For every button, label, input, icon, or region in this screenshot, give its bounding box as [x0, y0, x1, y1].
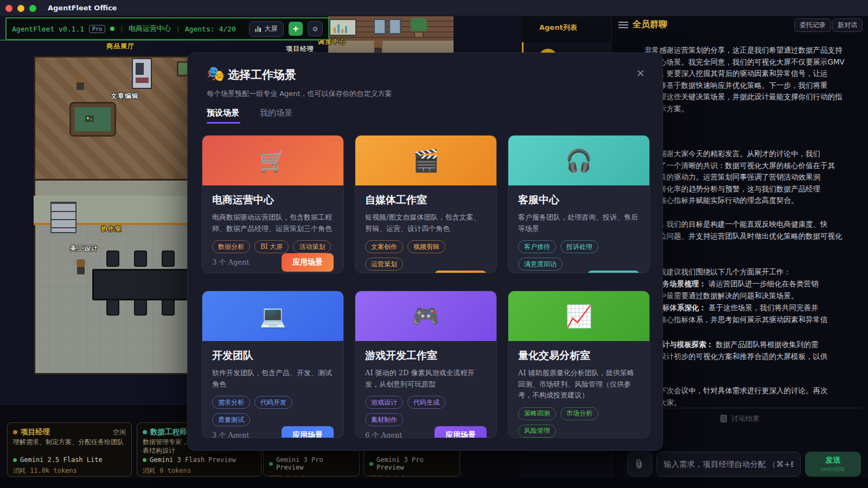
big-screen-button[interactable]: 大屏	[249, 21, 284, 37]
send-shortcut-hint: cmd+回车	[821, 466, 845, 473]
chat-line: 指标，更要深入挖掘其背后的驱动因素和异常信号，让运	[644, 68, 858, 80]
chair	[134, 251, 147, 267]
room-label-showroom: 商品展厅	[106, 42, 135, 51]
agent-tokens: 消耗 0 tokens	[269, 474, 354, 477]
scene-tag: 视频剪辑	[407, 240, 445, 253]
pro-badge: Pro	[89, 25, 105, 33]
chat-paragraph: 总之，我们的目标是构建一个能直观反映电商健康度、快 速定位问题、并支持运营团队及…	[644, 219, 858, 254]
chat-line: 2. 指标体系深化： 基于这些场景，我们将共同完善并	[644, 302, 858, 314]
active-tab-underline	[207, 122, 240, 124]
room-label-collab: 协作室	[101, 224, 122, 234]
scene-tags: 游戏设计代码生成素材制作	[365, 396, 487, 426]
message-input[interactable]	[656, 452, 801, 477]
app-version: AgentFleet v0.1.1	[12, 25, 84, 33]
hamburger-icon[interactable]	[618, 22, 628, 29]
scene-card[interactable]: 🎮 游戏开发工作室 AI 驱动的 2D 像素风游戏全流程开发，从创意到可玩原型 …	[355, 291, 497, 438]
send-button[interactable]: 发送 cmd+回车	[805, 452, 861, 477]
scene-card[interactable]: 🎬 自媒体工作室 短视频/图文自媒体团队，包含文案、剪辑、运营、设计四个角色 文…	[355, 135, 497, 273]
scene-description: AI 辅助股票量化分析团队，提供策略回测、市场研判、风险管理（仅供参考，不构成投…	[518, 368, 640, 401]
chair	[162, 251, 175, 267]
chat-paragraph: 非常感谢运营策划的分享，这正是我们希望通过数据产品支持 的核心场景。我完全同意，…	[644, 44, 858, 114]
scene-title: 电商运营中心	[212, 193, 334, 207]
scene-description: 软件开发团队，包含产品、开发、测试角色	[212, 368, 334, 390]
scene-grid: 🛒 电商运营中心 电商数据驱动运营团队，包含数据工程师、数据产品经理、运营策划三…	[202, 135, 650, 438]
chat-line: 非常感谢运营策划的分享，这正是我们希望通过数据产品支持	[644, 44, 858, 56]
window	[373, 18, 386, 35]
agent-status-dot	[13, 430, 17, 434]
plant-pot	[414, 31, 424, 38]
minimize-window-button[interactable]	[17, 5, 24, 12]
metal-shelf	[50, 202, 76, 233]
agent-count: 6 个 Agent	[365, 431, 403, 438]
scene-description: AI 驱动的 2D 像素风游戏全流程开发，从创意到可玩原型	[365, 368, 487, 390]
scene-title: 游戏开发工作室	[365, 349, 487, 363]
agent-list-header: Agent列表	[539, 23, 577, 33]
apply-scene-button[interactable]: 应用场景	[588, 271, 640, 273]
plant	[411, 18, 427, 32]
apply-scene-button[interactable]: 应用场景	[588, 438, 640, 439]
apply-scene-button[interactable]: 应用场景	[435, 271, 487, 273]
agents-count: Agents: 4/20	[185, 25, 236, 33]
chat-line: 期待下次会议中，针对具体需求进行更深入的讨论。再次	[644, 385, 858, 397]
scene-emoji: 🎧	[508, 136, 649, 185]
scene-card[interactable]: 📈 量化交易分析室 AI 辅助股票量化分析团队，提供策略回测、市场研判、风险管理…	[508, 291, 650, 438]
scene-title: 开发团队	[212, 349, 334, 363]
scene-emoji: 🎮	[355, 291, 496, 341]
scene-card[interactable]: 🛒 电商运营中心 电商数据驱动运营团队，包含数据工程师、数据产品经理、运营策划三…	[202, 135, 344, 273]
scene-select-modal: × 🎭 选择工作场景 每个场景预配一组专业 Agent，也可以保存你的自定义方案…	[187, 53, 663, 451]
chat-line: 标展示方案。	[644, 103, 858, 115]
chat-line: 评审。	[644, 362, 858, 374]
close-icon[interactable]: ×	[636, 67, 645, 78]
agent-model-row: Gemini 3 Pro Preview	[369, 456, 454, 471]
chat-line: 3. 设计与模板探索： 数据产品团队将根据收集到的需	[644, 339, 858, 351]
scene-tags: 策略回测市场分析风险管理	[518, 407, 640, 438]
vending-machine	[132, 58, 152, 89]
scene-emoji: 💻	[202, 291, 343, 341]
gear-icon[interactable]: ⚙	[308, 21, 323, 36]
agent-count: 3 个 Agent	[212, 431, 250, 438]
tab-my-scenes[interactable]: 我的场景	[260, 108, 292, 118]
chat-messages: 非常感谢运营策划的分享，这正是我们希望通过数据产品支持 的核心场景。我完全同意，…	[644, 16, 858, 428]
chat-line: 对决策的驱动力。运营策划同事强调了营销活动效果洞	[644, 171, 858, 183]
apply-scene-button[interactable]: 应用场景	[282, 426, 334, 438]
scene-tag: 代码开发	[254, 396, 292, 409]
scene-card[interactable]: 💻 开发团队 软件开发团队，包含产品、开发、测试角色 需求分析代码开发质量测试 …	[202, 291, 344, 438]
workspace-name: 电商运营中心	[129, 24, 171, 34]
room-label-editor: 文章编辑	[111, 92, 139, 101]
chat-line: 活动中最需要通过数据解决的问题和决策场景。	[644, 290, 858, 302]
paperclip-icon	[634, 459, 645, 470]
scene-title: 客服中心	[518, 193, 640, 207]
zoom-window-button[interactable]	[29, 5, 36, 12]
chat-paragraph: 因此我建议我们围绕以下几个方面展开工作：	[644, 266, 858, 278]
scene-description: 短视频/图文自媒体团队，包含文案、剪辑、运营、设计四个角色	[365, 212, 487, 234]
add-button[interactable]: +	[289, 22, 303, 36]
scene-tag: 运营策划	[365, 258, 403, 271]
status-dot	[110, 27, 114, 31]
modal-title: 选择工作场景	[228, 67, 296, 82]
agent-model-row: Gemini 3 Flash Preview	[143, 456, 256, 464]
scene-tag: 文案创作	[365, 240, 403, 253]
chat-paragraph: 期待下次会议中，针对具体需求进行更深入的讨论。再次 感谢大家。	[644, 385, 858, 408]
agent-model-row: Gemini 3 Pro Preview	[269, 456, 354, 471]
scene-tag: 质量测试	[212, 413, 250, 426]
bar-chart-icon	[255, 25, 261, 32]
chat-line: 速定位问题、并支持运营团队及时做出优化策略的数据可视化	[644, 230, 858, 242]
chair	[106, 251, 119, 267]
scene-tag: 风险管理	[518, 425, 556, 438]
scene-tag: 游戏设计	[365, 396, 403, 409]
scene-tag: 素材制作	[365, 413, 403, 426]
scene-tag: 代码生成	[407, 396, 445, 409]
apply-scene-button[interactable]: 应用场景	[435, 426, 487, 438]
attach-button[interactable]	[627, 452, 652, 477]
chat-line: 1. 业务场景梳理： 请运营团队进一步细化在各类营销	[644, 278, 858, 290]
tab-preset-scenes[interactable]: 预设场景	[207, 108, 239, 118]
chat-line: 大屏。	[644, 242, 858, 254]
agent-status-card[interactable]: 项目经理 空闲 理解需求、制定方案、分配任务给团队 Gemini 2.5 Fla…	[7, 422, 132, 477]
apply-scene-button[interactable]: 应用场景	[282, 253, 334, 272]
meeting-table	[92, 269, 190, 300]
character-sprite	[74, 75, 86, 92]
window-title: AgentFleet Office	[48, 4, 117, 12]
chat-line: 察和转化率的趋势分析与预警，这与我们数据产品经理	[644, 183, 858, 195]
close-window-button[interactable]	[5, 5, 12, 12]
scene-card[interactable]: 🎧 客服中心 客户服务团队，处理咨询、投诉、售后等场景 客户接待投诉处理满意度回…	[508, 135, 650, 273]
